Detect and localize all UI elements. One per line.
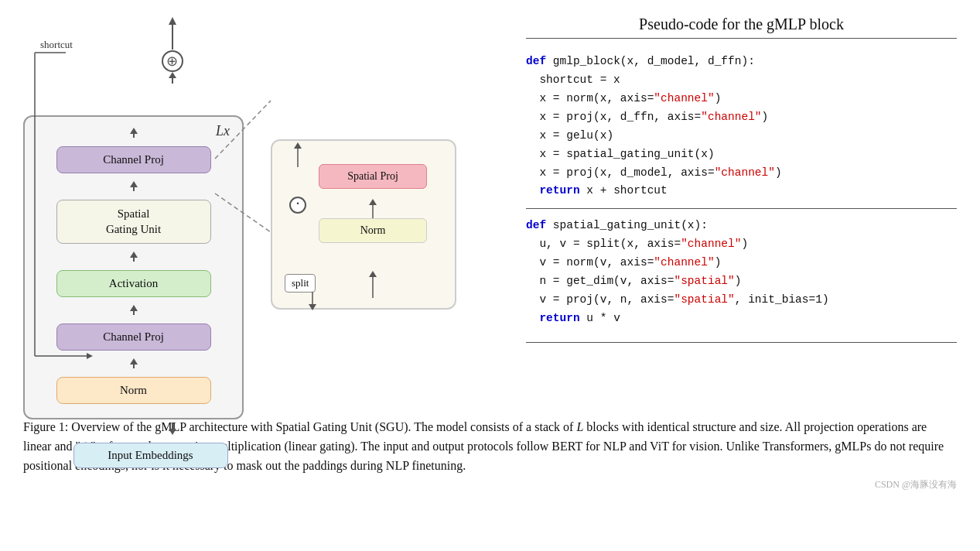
code-line-14: v = proj(v, n, axis="spatial", init_bias… xyxy=(526,291,957,310)
svg-marker-11 xyxy=(130,305,138,311)
svg-marker-13 xyxy=(130,358,138,364)
norm-block: Norm xyxy=(56,377,211,404)
code-line-1: def gmlp_block(x, d_model, d_ffn): xyxy=(526,53,957,71)
code-line-4: x = proj(x, d_ffn, axis="channel") xyxy=(526,108,957,127)
svg-marker-1 xyxy=(169,17,176,25)
top-output-arrow xyxy=(161,15,184,50)
arrow-plus-to-proj xyxy=(161,72,184,84)
main-architecture-box: Lx Channel Proj xyxy=(23,115,244,419)
svg-marker-5 xyxy=(130,128,138,134)
code-block-gmlp: def gmlp_block(x, d_model, d_ffn): short… xyxy=(526,45,957,209)
sgu-detail-diagram: Spatial Proj Norm xyxy=(263,62,456,310)
svg-marker-29 xyxy=(369,271,377,277)
svg-marker-23 xyxy=(294,142,302,149)
svg-marker-7 xyxy=(130,181,138,187)
code-line-7: x = proj(x, d_model, axis="channel") xyxy=(526,164,957,183)
sgu-label: SpatialGating Unit xyxy=(106,207,161,235)
code-line-15: return u * v xyxy=(526,310,957,328)
code-line-2: shortcut = x xyxy=(526,71,957,90)
diagram-section: ⊕ Lx xyxy=(23,15,503,402)
code-line-11: u, v = split(x, axis="channel") xyxy=(526,235,957,254)
watermark: CSDN @海豚没有海 xyxy=(23,478,957,491)
internal-arrow-5 xyxy=(122,358,145,369)
blocks-stack: Channel Proj SpatialGating Unit xyxy=(39,128,228,404)
activation-block: Activation xyxy=(56,270,211,297)
circle-plus-symbol: ⊕ xyxy=(162,50,183,72)
arch-left-block: ⊕ Lx xyxy=(23,15,244,468)
code-line-10: def spatial_gating_unit(x): xyxy=(526,217,957,235)
svg-marker-15 xyxy=(169,429,176,435)
architecture-diagram: ⊕ Lx xyxy=(23,15,503,402)
code-block-sgu: def spatial_gating_unit(x): u, v = split… xyxy=(526,209,957,336)
internal-arrow-3 xyxy=(122,252,145,262)
code-line-13: n = get_dim(v, axis="spatial") xyxy=(526,272,957,291)
svg-marker-25 xyxy=(369,199,377,205)
svg-marker-9 xyxy=(130,252,138,258)
code-line-3: x = norm(x, axis="channel") xyxy=(526,90,957,108)
code-section: Pseudo-code for the gMLP block def gmlp_… xyxy=(526,15,957,402)
sgu-detail-box: Spatial Proj Norm xyxy=(271,139,456,310)
spatial-proj-box: Spatial Proj xyxy=(319,164,427,189)
channel-proj-bottom-block: Channel Proj xyxy=(56,323,211,351)
input-embeddings-box: Input Embeddings xyxy=(73,443,228,468)
code-title: Pseudo-code for the gMLP block xyxy=(526,15,957,39)
internal-arrow-2 xyxy=(122,181,145,192)
internal-arrow-4 xyxy=(122,305,145,316)
svg-marker-3 xyxy=(169,72,176,78)
sgu-bottom-arrow xyxy=(272,292,458,315)
split-box: split xyxy=(285,274,316,293)
code-line-8: return x + shortcut xyxy=(526,182,957,200)
sgu-block: SpatialGating Unit xyxy=(56,200,211,244)
code-line-6: x = spatial_gating_unit(x) xyxy=(526,145,957,164)
internal-arrow-1 xyxy=(122,128,145,139)
bottom-arrow xyxy=(161,423,184,436)
sgu-norm-box: Norm xyxy=(319,218,427,243)
channel-proj-top-block: Channel Proj xyxy=(56,146,211,173)
code-line-12: v = norm(v, axis="channel") xyxy=(526,254,957,272)
code-line-5: x = gelu(x) xyxy=(526,127,957,145)
svg-marker-31 xyxy=(309,304,316,310)
